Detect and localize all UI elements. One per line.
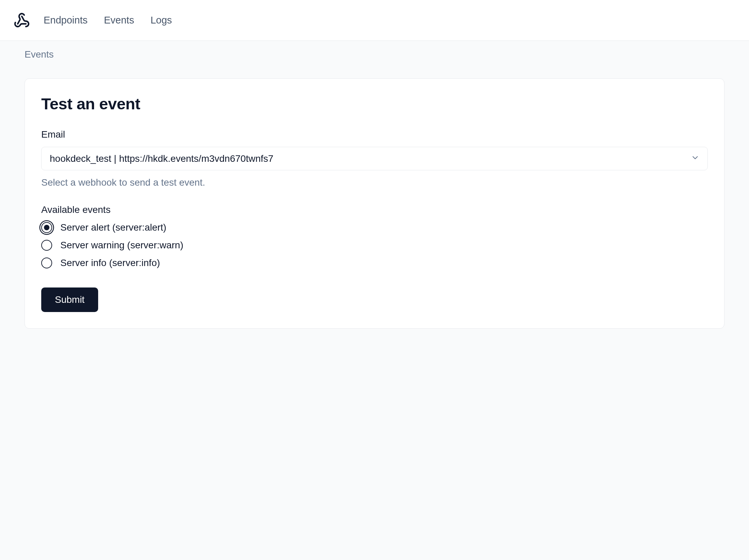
submit-button[interactable]: Submit — [41, 287, 98, 312]
radio-option-server-alert[interactable]: Server alert (server:alert) — [41, 222, 708, 233]
events-label: Available events — [41, 204, 708, 215]
email-select-wrapper: hookdeck_test | https://hkdk.events/m3vd… — [41, 147, 708, 170]
card-title: Test an event — [41, 95, 708, 113]
breadcrumb: Events — [25, 49, 54, 60]
email-form-group: Email hookdeck_test | https://hkdk.event… — [41, 129, 708, 188]
main-content: Test an event Email hookdeck_test | http… — [0, 68, 749, 339]
radio-option-server-info[interactable]: Server info (server:info) — [41, 258, 708, 268]
nav-link-endpoints[interactable]: Endpoints — [44, 15, 88, 26]
breadcrumb-area: Events — [0, 41, 749, 68]
nav-link-logs[interactable]: Logs — [151, 15, 172, 26]
radio-option-server-warning[interactable]: Server warning (server:warn) — [41, 240, 708, 251]
radio-label: Server alert (server:alert) — [60, 222, 166, 233]
events-radio-group: Server alert (server:alert) Server warni… — [41, 222, 708, 268]
radio-input[interactable] — [41, 222, 52, 233]
test-event-card: Test an event Email hookdeck_test | http… — [25, 78, 724, 329]
main-nav: Endpoints Events Logs — [44, 15, 172, 26]
top-header: Endpoints Events Logs — [0, 0, 749, 41]
webhook-logo-icon — [14, 12, 30, 29]
radio-input[interactable] — [41, 240, 52, 251]
events-form-group: Available events Server alert (server:al… — [41, 204, 708, 268]
radio-input[interactable] — [41, 258, 52, 268]
radio-label: Server info (server:info) — [60, 258, 160, 268]
radio-label: Server warning (server:warn) — [60, 240, 183, 251]
email-label: Email — [41, 129, 708, 140]
email-select[interactable]: hookdeck_test | https://hkdk.events/m3vd… — [41, 147, 708, 170]
email-helper-text: Select a webhook to send a test event. — [41, 177, 708, 188]
nav-link-events[interactable]: Events — [104, 15, 134, 26]
